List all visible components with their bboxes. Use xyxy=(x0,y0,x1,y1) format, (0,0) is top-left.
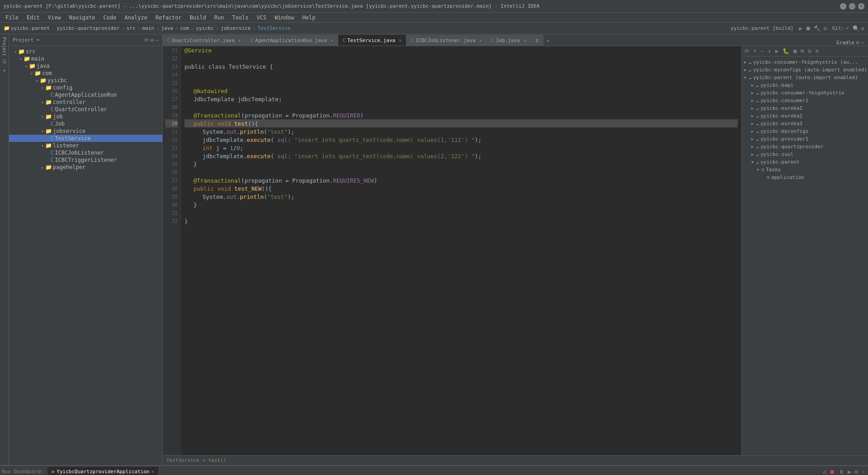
gradle-item-zuul[interactable]: ▸ ☁ yyicbc-zuul xyxy=(742,150,868,158)
gradle-item-eureka3[interactable]: ▸ ☁ yyicbc-eureka3 xyxy=(742,120,868,127)
gradle-item-feignhystrix[interactable]: ▸ ☁ yyicbc-consumer-feignhystrix xyxy=(742,89,868,97)
gradle-item-provider1[interactable]: ▸ ☁ yyicbc-provider1 xyxy=(742,135,868,143)
tree-item-icbctrigger[interactable]: ▾ C ICBCTriggerListener xyxy=(9,156,162,164)
close-button[interactable]: × xyxy=(858,3,864,9)
menu-run[interactable]: Run xyxy=(211,14,228,22)
tree-item-config[interactable]: ▾ 📁 config xyxy=(9,84,162,91)
maximize-button[interactable]: □ xyxy=(849,3,855,9)
code-line-23: int j = 1/0; xyxy=(184,144,738,152)
tab-icbcjoblistener[interactable]: C ICBCJobListener.java × xyxy=(406,35,487,46)
run-settings-btn[interactable]: ⚙ xyxy=(854,468,859,475)
code-line-27: @Transactional(propagation = Propagation… xyxy=(184,176,738,184)
project-icon[interactable]: Project xyxy=(1,36,8,57)
gradle-item-myconfigs[interactable]: ▸ ☁ yyicbc-myconfigs (auto-import enable… xyxy=(742,66,868,74)
run-hide-btn[interactable]: — xyxy=(860,468,866,475)
file-tree: ▾ 📁 src ▾ 📁 main ▾ 📁 java ▾ 📁 com ▾ xyxy=(9,46,162,465)
gradle-remove-btn[interactable]: − xyxy=(759,47,765,55)
menu-refactor[interactable]: Refactor xyxy=(152,14,185,22)
gradle-item-parent2[interactable]: ▾ ☁ yyicbc-parent xyxy=(742,158,868,166)
gradle-item-consumer1[interactable]: ▸ ☁ yyicbc-consumer1 xyxy=(742,97,868,104)
gradle-settings-btn[interactable]: ⚙ xyxy=(814,47,821,55)
code-line-17: JdbcTemplate jdbcTemplate; xyxy=(184,95,738,103)
tree-item-yyicbc[interactable]: ▾ 📁 yyicbc xyxy=(9,77,162,84)
tab-close-agentapp[interactable]: × xyxy=(330,38,333,43)
gradle-item-application[interactable]: ▸ ⚙ application xyxy=(742,174,868,181)
gradle-run-btn[interactable]: ▶ xyxy=(774,47,780,55)
gradle-add-btn[interactable]: + xyxy=(751,47,758,55)
line-numbers: 11 12 13 14 15 16 17 18 19 20 21 22 23 2… xyxy=(163,46,181,455)
gradle-filter-btn[interactable]: ▦ xyxy=(792,47,798,55)
tree-item-controller[interactable]: ▾ 📁 controller xyxy=(9,99,162,106)
menu-edit[interactable]: Edit xyxy=(23,14,43,22)
code-path: TestService > test() xyxy=(166,457,226,463)
tree-item-pagehelper[interactable]: ▸ 📁 pagehelper xyxy=(9,164,162,171)
hide-icon[interactable]: — xyxy=(156,37,159,43)
minimize-button[interactable]: − xyxy=(840,3,846,9)
gradle-refresh-btn[interactable]: ⟳ xyxy=(743,47,751,55)
run-rerun-btn[interactable]: ↺ xyxy=(821,468,827,475)
tree-item-src[interactable]: ▾ 📁 src xyxy=(9,48,162,55)
tree-item-icbcjob[interactable]: ▾ C ICBCJobListener xyxy=(9,149,162,156)
menu-vcs[interactable]: VCS xyxy=(253,14,270,22)
code-line-12 xyxy=(184,54,738,62)
menu-navigate[interactable]: Navigate xyxy=(66,14,99,22)
bottom-panel: Run Dashboard: ▶ YyicbcQuartzproviderApp… xyxy=(0,465,868,475)
tree-item-jobservice[interactable]: ▾ 📁 jobservice xyxy=(9,127,162,135)
tab-testservice[interactable]: C TestService.java × xyxy=(338,35,406,46)
run-tab-close[interactable]: × xyxy=(151,469,154,474)
gradle-hide-icon[interactable]: — xyxy=(861,39,864,46)
tree-item-quartzctrl[interactable]: ▾ C QuartzController xyxy=(9,106,162,113)
gradle-item-eureka2[interactable]: ▸ ☁ yyicbc-eureka2 xyxy=(742,112,868,120)
run-active-tab[interactable]: ▶ YyicbcQuartzproviderApplication × xyxy=(47,467,159,475)
menu-analyze[interactable]: Analyze xyxy=(121,14,151,22)
run-toolbar: ↺ ⏹ ⏸ ▶ ⚙ — xyxy=(821,468,866,475)
tab-job[interactable]: C Job.java × xyxy=(487,35,531,46)
tree-item-testservice[interactable]: ▾ C TestService xyxy=(9,135,162,142)
tree-item-job-folder[interactable]: ▾ 📁 job xyxy=(9,113,162,120)
gradle-item-tasks[interactable]: ▾ ⚙ Tasks xyxy=(742,166,868,174)
run-stop-btn red[interactable]: ⏹ xyxy=(828,468,836,475)
code-content[interactable]: @Service public class TestService { @Aut… xyxy=(181,46,741,455)
tab-quartzcontroller[interactable]: C QuartzController.java × xyxy=(163,35,246,46)
code-line-32: } xyxy=(184,217,738,225)
gradle-debug-btn[interactable]: 🐛 xyxy=(781,47,791,55)
tab-close-quartzcontroller[interactable]: × xyxy=(238,38,241,43)
tab-agentapp[interactable]: C AgentApplicationRun.java × xyxy=(246,35,338,46)
gradle-panel: ⟳ + − ↕ ▶ 🐛 ▦ ⊞ ⊟ ⚙ ▸ ☁ yyicbc-co xyxy=(741,46,868,455)
menu-view[interactable]: View xyxy=(44,14,65,22)
gradle-item-quartzprovider[interactable]: ▸ ☁ yyicbc-quartzprovider xyxy=(742,143,868,150)
gradle-item-consumer-feignhystrix[interactable]: ▸ ☁ yyicbc-consumer-feignhystrix (au... xyxy=(742,58,868,66)
gradle-collapse-btn[interactable]: ⊟ xyxy=(806,47,813,55)
tree-item-com[interactable]: ▾ 📁 com xyxy=(9,70,162,77)
tree-item-java[interactable]: ▾ 📁 java xyxy=(9,62,162,70)
tree-item-job[interactable]: ▾ C Job xyxy=(9,120,162,127)
tab-close-job[interactable]: × xyxy=(524,38,526,43)
tree-item-listener[interactable]: ▾ 📁 listener xyxy=(9,142,162,149)
run-pause-btn[interactable]: ⏸ xyxy=(837,468,845,475)
gradle-expand-btn[interactable]: ⊞ xyxy=(799,47,806,55)
menu-code[interactable]: Code xyxy=(100,14,120,22)
code-line-26 xyxy=(184,168,738,176)
settings-icon[interactable]: ⚙ xyxy=(151,37,154,43)
gradle-settings-icon[interactable]: ⚙ xyxy=(856,39,859,46)
gradle-item-bapi[interactable]: ▸ ☁ yyicbc-bapi xyxy=(742,81,868,89)
menu-tools[interactable]: Tools xyxy=(229,14,252,22)
gradle-item-eureka1[interactable]: ▸ ☁ yyicbc-eureka1 xyxy=(742,104,868,112)
gradle-item-myconfigs2[interactable]: ▸ ☁ yyicbc-myconfigs xyxy=(742,127,868,135)
menu-file[interactable]: File xyxy=(2,14,22,22)
gradle-sync-btn[interactable]: ↕ xyxy=(766,47,773,55)
tab-close-testservice[interactable]: × xyxy=(399,38,401,43)
menu-help[interactable]: Help xyxy=(299,14,319,22)
favorites-icon[interactable]: ★ xyxy=(2,66,7,74)
gradle-item-parent[interactable]: ▾ ☁ yyicbc-parent (auto-import enabled) xyxy=(742,74,868,81)
tab-more[interactable]: s xyxy=(531,35,544,46)
structure-icon[interactable]: ☰ xyxy=(1,58,8,66)
sync-icon[interactable]: ⟳ xyxy=(144,37,149,43)
tab-close-icbcjoblistener[interactable]: × xyxy=(479,38,482,43)
tree-item-main[interactable]: ▾ 📁 main xyxy=(9,55,162,62)
tab-overflow[interactable]: » xyxy=(543,36,552,46)
run-resume-btn[interactable]: ▶ xyxy=(846,468,852,475)
tree-item-agentapp[interactable]: ▾ C AgentApplicationRun xyxy=(9,91,162,99)
menu-window[interactable]: Window xyxy=(271,14,297,22)
menu-build[interactable]: Build xyxy=(186,14,210,22)
